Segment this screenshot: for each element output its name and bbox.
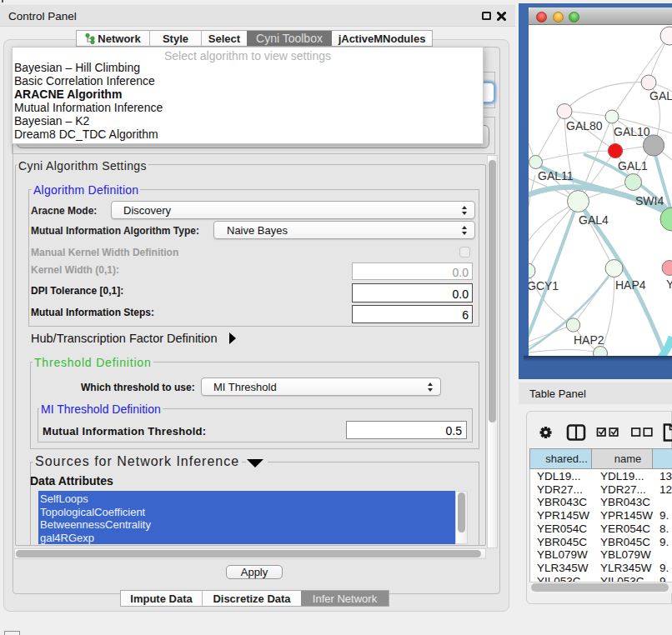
svg-text:GAL80: GAL80: [566, 119, 603, 132]
svg-text:Y: Y: [666, 278, 672, 291]
svg-text:HAP4: HAP4: [615, 278, 646, 292]
svg-text:GCY1: GCY1: [529, 279, 559, 292]
svg-text:SWI4: SWI4: [635, 194, 664, 208]
svg-text:HAP2: HAP2: [574, 333, 604, 347]
svg-text:GAL10: GAL10: [614, 125, 650, 138]
svg-text:GAL11: GAL11: [538, 169, 574, 182]
svg-text:GAL4: GAL4: [579, 213, 609, 227]
svg-text:GAL1: GAL1: [618, 159, 648, 172]
svg-text:GAL: GAL: [649, 89, 672, 102]
